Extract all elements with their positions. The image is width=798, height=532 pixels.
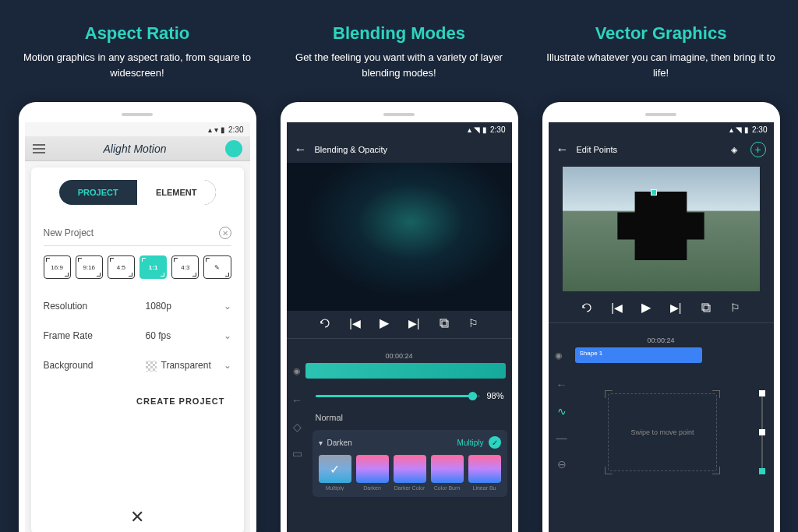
blend-group-header[interactable]: ▾ Darken Multiply ✓ bbox=[319, 436, 501, 449]
vector-preview[interactable] bbox=[563, 167, 760, 291]
side-toolbar: ← ◇ ▭ bbox=[287, 383, 308, 512]
svg-rect-6 bbox=[759, 429, 765, 435]
vector-shape[interactable] bbox=[617, 192, 704, 260]
blend-mode-normal[interactable]: Normal bbox=[312, 408, 507, 427]
play-icon[interactable]: ▶ bbox=[380, 315, 389, 330]
phone-speaker bbox=[383, 113, 415, 116]
ratio-4-3[interactable]: 4:3 bbox=[171, 255, 199, 279]
layers-icon[interactable] bbox=[439, 318, 450, 329]
ratio-custom[interactable]: ✎ bbox=[203, 255, 231, 279]
play-icon[interactable]: ▶ bbox=[641, 300, 651, 315]
phone-screen: ▴ ◥ ▮ 2:30 ← Edit Points ◈ + |◀ bbox=[549, 122, 774, 532]
bezier-handle-icon[interactable] bbox=[754, 386, 770, 479]
line-icon[interactable]: — bbox=[556, 432, 567, 444]
background-label: Background bbox=[44, 360, 146, 371]
video-preview[interactable] bbox=[287, 163, 512, 311]
phone-screen: ▴ ▾ ▮ 2:30 Alight Motion PROJECT ELEMENT… bbox=[25, 122, 250, 532]
slider-fill bbox=[316, 395, 478, 397]
back-icon[interactable]: ← bbox=[291, 394, 302, 407]
blend-thumbnails: Multiply Darken Darker Color Color Burn … bbox=[319, 455, 501, 491]
blend-thumb-linear-burn[interactable]: Linear Bu bbox=[468, 455, 501, 491]
new-project-sheet: PROJECT ELEMENT New Project ✕ 16:9 9:16 … bbox=[31, 167, 244, 532]
track-row: ◉ Shape 1 bbox=[549, 346, 774, 365]
edit-points-panel: ← ∿ — ⊖ Swipe to move point bbox=[549, 368, 774, 496]
tab-row: PROJECT ELEMENT bbox=[59, 180, 216, 205]
timeline-clip[interactable]: Shape 1 bbox=[575, 347, 703, 363]
battery-icon: ▮ bbox=[744, 125, 749, 134]
side-toolbar: ← ∿ — ⊖ bbox=[549, 368, 575, 496]
next-frame-icon[interactable]: ▶| bbox=[670, 301, 682, 314]
slider-thumb[interactable] bbox=[468, 392, 477, 400]
visibility-icon[interactable]: ◉ bbox=[555, 351, 563, 361]
visibility-icon[interactable]: ◉ bbox=[293, 366, 301, 376]
signal-icon: ▴ bbox=[468, 125, 471, 134]
svg-rect-3 bbox=[704, 305, 710, 312]
status-time: 2:30 bbox=[228, 125, 243, 134]
header-title: Edit Points bbox=[577, 145, 719, 154]
prev-frame-icon[interactable]: |◀ bbox=[611, 301, 623, 314]
create-project-button[interactable]: CREATE PROJECT bbox=[44, 381, 231, 421]
feature-description: Illustrate whatever you can imagine, the… bbox=[536, 50, 786, 80]
slider-track[interactable] bbox=[316, 395, 481, 397]
blend-thumb-darken[interactable]: Darken bbox=[356, 455, 389, 491]
back-icon[interactable]: ← bbox=[556, 379, 567, 391]
ratio-16-9[interactable]: 16:9 bbox=[44, 255, 71, 279]
minus-circle-icon[interactable]: ⊖ bbox=[557, 458, 567, 470]
resolution-label: Resolution bbox=[44, 301, 146, 312]
blend-thumb-color-burn[interactable]: Color Burn bbox=[431, 455, 464, 491]
chevron-down-icon: ⌄ bbox=[224, 330, 231, 341]
clear-icon[interactable]: ✕ bbox=[219, 227, 231, 239]
phone-frame: ▴ ◥ ▮ 2:30 ← Blending & Opacity |◀ ▶ ▶| … bbox=[281, 102, 518, 532]
timeline: 00:00:24 ◉ bbox=[287, 335, 512, 383]
timeline-clip[interactable] bbox=[305, 363, 506, 379]
back-arrow-icon[interactable]: ← bbox=[295, 143, 307, 157]
avatar[interactable] bbox=[225, 140, 242, 157]
move-point-frame[interactable]: Swipe to move point bbox=[608, 393, 717, 471]
frame-icon[interactable]: ▭ bbox=[292, 447, 302, 460]
framerate-row[interactable]: Frame Rate 60 fps ⌄ bbox=[44, 321, 231, 351]
status-time: 2:30 bbox=[752, 125, 767, 134]
battery-icon: ▮ bbox=[482, 125, 487, 134]
time-ruler[interactable] bbox=[549, 322, 774, 335]
phone-frame: ▴ ▾ ▮ 2:30 Alight Motion PROJECT ELEMENT… bbox=[19, 102, 256, 532]
resolution-row[interactable]: Resolution 1080p ⌄ bbox=[44, 291, 231, 321]
feature-description: Motion graphics in any aspect ratio, fro… bbox=[12, 50, 262, 80]
move-point-area[interactable]: Swipe to move point bbox=[575, 368, 750, 496]
diamond-icon[interactable]: ◇ bbox=[293, 421, 302, 433]
opacity-slider[interactable]: 98% bbox=[312, 388, 507, 408]
project-name-input[interactable]: New Project bbox=[44, 227, 219, 238]
signal-icon: ▴ bbox=[208, 125, 212, 134]
back-arrow-icon[interactable]: ← bbox=[556, 143, 569, 157]
editor-header: ← Blending & Opacity bbox=[287, 136, 512, 163]
ratio-9-16[interactable]: 9:16 bbox=[76, 255, 103, 279]
phone-screen: ▴ ◥ ▮ 2:30 ← Blending & Opacity |◀ ▶ ▶| … bbox=[287, 122, 512, 532]
curve-icon[interactable]: ∿ bbox=[557, 405, 567, 417]
add-icon[interactable]: + bbox=[750, 142, 766, 157]
undo-icon[interactable] bbox=[581, 302, 592, 313]
check-circle-icon: ✓ bbox=[489, 436, 501, 449]
signal-icon: ▴ bbox=[729, 125, 733, 134]
bookmark-icon[interactable]: ⚐ bbox=[468, 317, 478, 329]
close-icon[interactable]: ✕ bbox=[130, 507, 144, 527]
aspect-ratio-row: 16:9 9:16 4:5 1:1 4:3 ✎ bbox=[44, 255, 231, 279]
background-value: Transparent bbox=[146, 360, 224, 372]
next-frame-icon[interactable]: ▶| bbox=[408, 317, 420, 329]
layers-icon[interactable] bbox=[701, 302, 711, 313]
hamburger-icon[interactable] bbox=[33, 144, 45, 153]
background-row[interactable]: Background Transparent ⌄ bbox=[44, 351, 231, 381]
blend-thumb-multiply[interactable]: Multiply bbox=[319, 455, 351, 491]
blend-thumb-darker-color[interactable]: Darker Color bbox=[394, 455, 426, 491]
ratio-4-5[interactable]: 4:5 bbox=[108, 255, 135, 279]
bookmark-icon[interactable]: ⚐ bbox=[730, 301, 740, 314]
opacity-value: 98% bbox=[486, 391, 503, 400]
chevron-down-icon: ⌄ bbox=[224, 301, 231, 312]
undo-icon[interactable] bbox=[320, 318, 330, 329]
ratio-1-1[interactable]: 1:1 bbox=[139, 255, 167, 279]
prev-frame-icon[interactable]: |◀ bbox=[349, 317, 361, 329]
time-ruler[interactable] bbox=[287, 338, 512, 351]
diamond-icon[interactable]: ◈ bbox=[727, 143, 741, 157]
status-bar: ▴ ◥ ▮ 2:30 bbox=[287, 122, 512, 136]
tab-element[interactable]: ELEMENT bbox=[137, 180, 216, 205]
tab-project[interactable]: PROJECT bbox=[59, 180, 138, 205]
vector-handle[interactable] bbox=[651, 189, 657, 196]
